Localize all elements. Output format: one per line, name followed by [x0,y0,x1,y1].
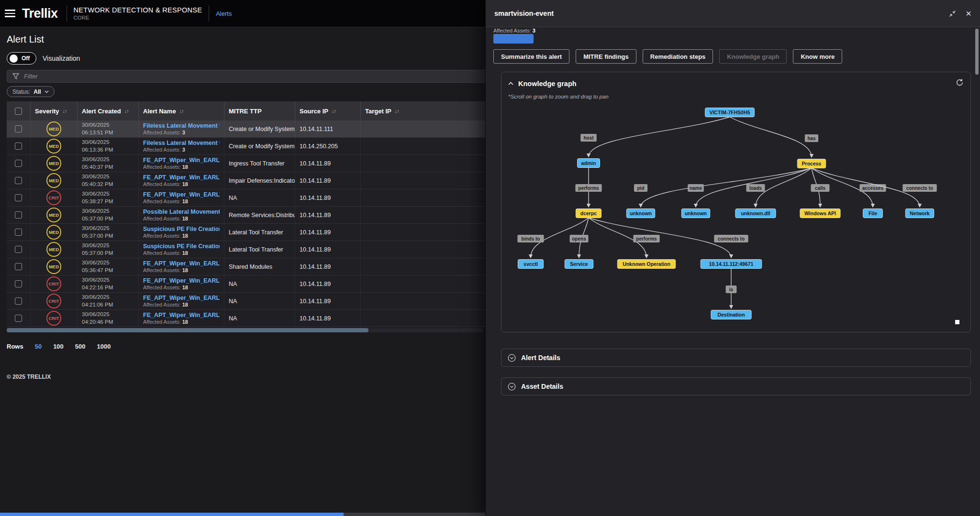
alert-created-time: 04:21:06 PM [82,301,134,309]
panel-button-mitre-findings[interactable]: MITRE findings [576,49,636,64]
severity-badge: CRIT [46,276,61,291]
filter-placeholder: Filter [24,73,38,80]
section-asset-details[interactable]: Asset Details [501,377,971,395]
sort-icon[interactable]: ↓↑ [332,108,336,114]
row-checkbox[interactable] [15,229,22,236]
collapse-icon[interactable] [949,10,956,17]
scrolled-blue-button[interactable] [493,34,534,44]
mitre-ttp-cell: Ingress Tool Transfer [224,155,295,172]
row-checkbox[interactable] [15,263,22,270]
alert-created-date: 30/06/2025 [82,156,134,164]
svg-text:admin: admin [581,160,596,166]
visualization-toggle[interactable]: Off [7,52,36,65]
svg-text:Destination: Destination [717,312,745,318]
source-ip-cell: 10.14.11.89 [295,224,361,241]
refresh-icon[interactable] [956,78,964,88]
severity-badge: CRIT [46,190,61,205]
graph-node-process[interactable]: Process [797,159,825,168]
graph-node-service[interactable]: Service [565,260,593,269]
status-filter-dropdown[interactable]: Status: All [7,86,55,97]
visualization-label: Visualization [43,55,80,62]
graph-edge [589,218,731,258]
row-checkbox[interactable] [15,177,22,184]
panel-button-know-more[interactable]: Know more [793,49,842,64]
alert-name-link[interactable]: FE_APT_Wiper_Win_EARLYBLA [143,174,220,181]
column-header-name[interactable]: Alert Name↓↑ [139,101,224,121]
alert-name-link[interactable]: FE_APT_Wiper_Win_EARLYBLA [143,277,220,284]
column-header-created[interactable]: Alert Created↓↑ [78,101,139,121]
graph-node-destination[interactable]: Destination [711,310,751,319]
rows-label: Rows [7,343,23,350]
graph-node-unknown2[interactable]: unknown [681,209,710,218]
select-all-checkbox[interactable] [15,108,22,115]
row-checkbox[interactable] [15,315,22,322]
alert-created-date: 30/06/2025 [82,294,134,301]
column-header-ip[interactable]: Source IP↓↑ [295,101,361,121]
row-checkbox[interactable] [15,280,22,287]
row-checkbox[interactable] [15,211,22,219]
product-subtitle: CORE [74,15,202,21]
panel-button-summarize-this-alert[interactable]: Summarize this alert [493,49,569,64]
source-ip-cell: 10.14.11.89 [295,189,361,206]
alert-name-link[interactable]: FE_APT_Wiper_Win_EARLYBLA [143,312,220,318]
alert-name-link[interactable]: Suspicious PE File Creation Atte [143,243,220,250]
knowledge-graph-svg[interactable]: hosthasperformspidnameloadscallsaccesses… [501,102,971,327]
page-size-list: 501005001000 [35,343,111,350]
alert-name-link[interactable]: FE_APT_Wiper_Win_EARLYBLA [143,157,220,164]
severity-badge: MED [46,259,61,274]
graph-node-svcctl[interactable]: svcctl [518,260,543,269]
menu-icon[interactable] [5,10,15,17]
sort-icon[interactable]: ↓↑ [179,108,184,114]
alert-name-cell: Fileless Lateral Movement Using Affected… [139,121,224,137]
page-size-50[interactable]: 50 [35,343,42,350]
panel-scrollbar-thumb[interactable] [975,29,979,75]
graph-node-ipport[interactable]: 10.14.11.112:49671 [701,260,762,269]
graph-node-winapi[interactable]: Windows API [800,209,840,218]
graph-node-network[interactable]: Network [905,209,934,218]
alert-name-link[interactable]: FE_APT_Wiper_Win_EARLYBLA [143,260,220,267]
panel-title: smartvision-event [494,10,554,17]
alert-name-link[interactable]: FE_APT_Wiper_Win_EARLYBLA [143,191,220,198]
severity-badge: MED [46,173,61,188]
row-checkbox[interactable] [15,246,22,253]
nav-alerts-link[interactable]: Alerts [216,10,232,17]
column-header-sev[interactable]: Severity↓↑ [31,101,78,121]
alert-name-link[interactable]: FE_APT_Wiper_Win_EARLYBLA [143,295,220,301]
alert-name-link[interactable]: Suspicious PE File Creation Atte [143,226,220,232]
severity-badge: MED [46,208,61,222]
graph-node-unknown1[interactable]: unknown [626,209,655,218]
close-icon[interactable]: × [966,9,971,18]
alert-created-cell: 30/06/2025 05:40:32 PM [78,172,139,189]
sort-icon[interactable]: ↓↑ [124,108,129,114]
page-size-100[interactable]: 100 [53,343,64,350]
affected-assets-line: Affected Assets: 18 [143,164,220,170]
graph-node-unknowndll[interactable]: unknown.dll [735,209,776,218]
graph-node-dcerpc[interactable]: dcerpc [576,209,601,218]
knowledge-graph-hint: *Scroll on graph to zoom and drag to pan [508,94,970,99]
table-horizontal-scrollbar-thumb[interactable] [7,328,368,332]
row-checkbox[interactable] [15,194,22,201]
row-checkbox[interactable] [15,143,22,150]
alert-name-link[interactable]: Possible Lateral Movement: DCO [143,209,220,215]
section-alert-details[interactable]: Alert Details [501,349,971,367]
row-checkbox[interactable] [15,160,22,167]
edge-label: host [583,135,594,141]
row-checkbox[interactable] [15,125,22,132]
graph-node-file[interactable]: File [863,209,883,218]
knowledge-graph-card: Knowledge graph *Scroll on graph to zoom… [501,72,971,332]
knowledge-graph-header[interactable]: Knowledge graph [501,72,970,88]
graph-node-admin[interactable]: admin [578,159,600,168]
graph-node-unknownop[interactable]: Unknown Operation [617,260,675,269]
page-size-500[interactable]: 500 [75,343,86,350]
alert-name-link[interactable]: Fileless Lateral Movement Using [143,140,220,146]
panel-button-remediation-steps[interactable]: Remediation steps [643,49,713,64]
toggle-state-label: Off [22,55,30,62]
sort-icon[interactable]: ↓↑ [63,108,67,114]
page-horizontal-scrollbar-thumb[interactable] [0,513,344,516]
row-checkbox[interactable] [15,297,22,305]
graph-node-victim[interactable]: VICTIM-7FHS0H5 [705,108,755,117]
page-size-1000[interactable]: 1000 [97,343,111,350]
alert-name-link[interactable]: Fileless Lateral Movement Using [143,122,220,129]
sort-icon[interactable]: ↓↑ [395,108,399,114]
alert-name-cell: Suspicious PE File Creation Atte Affecte… [139,224,224,241]
